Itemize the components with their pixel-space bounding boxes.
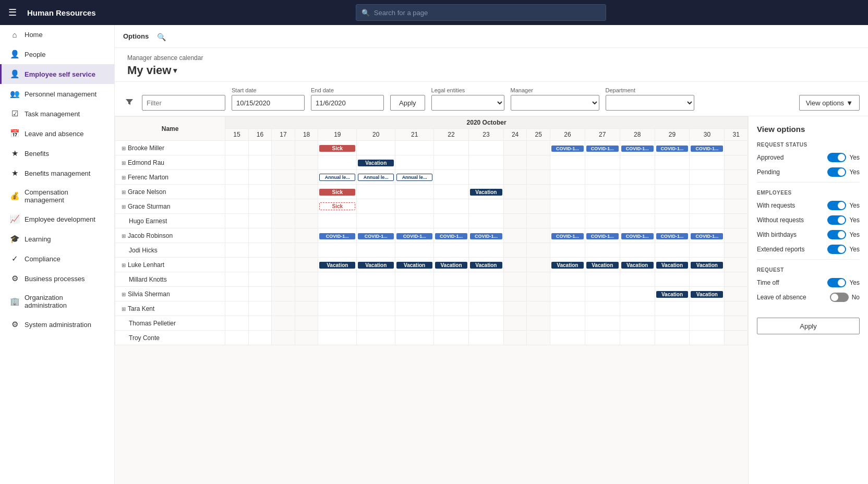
event-pill[interactable]: COVID-1... [621, 233, 654, 239]
event-pill[interactable]: Vacation [396, 262, 432, 269]
funnel-icon [125, 98, 134, 106]
filter-icon-button[interactable] [123, 96, 136, 111]
approved-toggle[interactable] [827, 153, 846, 162]
with-birthdays-toggle-track[interactable] [827, 230, 846, 239]
expand-icon[interactable]: ⊞ [122, 160, 126, 166]
calendar-day-cell [503, 155, 527, 170]
apply-button[interactable]: Apply [390, 95, 425, 111]
without-requests-toggle[interactable] [827, 215, 846, 225]
sidebar-item-business-processes[interactable]: ⚙ Business processes [0, 269, 114, 288]
expand-icon[interactable]: ⊞ [122, 306, 126, 312]
hamburger-icon[interactable]: ☰ [8, 7, 17, 18]
leave-of-absence-toggle[interactable] [830, 293, 849, 302]
calendar-day-cell [527, 316, 550, 331]
without-requests-toggle-track[interactable] [827, 215, 846, 225]
start-date-input[interactable] [232, 95, 305, 111]
event-pill[interactable]: COVID-1... [656, 233, 689, 239]
event-pill[interactable]: Vacation [656, 291, 689, 298]
with-requests-toggle[interactable] [827, 201, 846, 210]
view-options-apply-button[interactable]: Apply [757, 318, 860, 334]
event-pill[interactable]: Annual le... [396, 174, 432, 181]
sidebar-item-people[interactable]: 👤 People [0, 44, 114, 64]
event-pill[interactable]: COVID-1... [551, 233, 584, 239]
expand-icon[interactable]: ⊞ [122, 146, 126, 151]
sidebar-item-system-administration[interactable]: ⚙ System administration [0, 314, 114, 334]
event-pill[interactable]: Sick [319, 189, 355, 196]
event-pill[interactable]: Vacation [691, 262, 723, 269]
expand-icon[interactable]: ⊞ [122, 262, 126, 268]
time-off-toggle[interactable] [827, 278, 846, 287]
pending-toggle[interactable] [827, 167, 846, 177]
sidebar-item-compensation-management[interactable]: 💰 Compensation management [0, 183, 114, 209]
event-pill[interactable]: Vacation [470, 189, 502, 196]
event-pill[interactable]: COVID-1... [621, 146, 654, 152]
event-pill[interactable]: Annual le... [358, 174, 394, 181]
event-pill[interactable]: Vacation [551, 262, 584, 269]
expand-icon[interactable]: ⊞ [122, 189, 126, 195]
event-pill[interactable]: Annual le... [319, 174, 355, 181]
with-birthdays-toggle[interactable] [827, 230, 846, 239]
view-dropdown-button[interactable]: My view ▾ [127, 64, 177, 77]
department-select[interactable] [606, 95, 694, 111]
event-pill[interactable]: Vacation [319, 262, 355, 269]
event-pill[interactable]: Vacation [656, 262, 689, 269]
event-pill[interactable]: COVID-1... [396, 233, 432, 239]
end-date-input[interactable] [311, 95, 384, 111]
sidebar-item-leave-and-absence[interactable]: 📅 Leave and absence [0, 124, 114, 143]
filter-input[interactable] [142, 95, 225, 111]
extended-reports-toggle[interactable] [827, 245, 846, 254]
view-options-button[interactable]: View options ▼ [799, 95, 860, 111]
sidebar-item-employee-self-service[interactable]: 👤 Employee self service [0, 64, 114, 84]
event-pill[interactable]: Vacation [358, 160, 394, 166]
event-pill[interactable]: COVID-1... [586, 146, 619, 152]
options-search-button[interactable]: 🔍 [155, 31, 168, 43]
event-pill[interactable]: COVID-1... [551, 146, 584, 152]
sidebar-item-benefits[interactable]: ★ Benefits [0, 143, 114, 163]
sidebar-item-compliance[interactable]: ✓ Compliance [0, 249, 114, 269]
with-requests-toggle-track[interactable] [827, 201, 846, 210]
event-pill[interactable]: COVID-1... [586, 233, 619, 239]
calendar-day-cell [620, 301, 655, 316]
event-pill[interactable]: COVID-1... [319, 233, 355, 239]
approved-toggle-track[interactable] [827, 153, 846, 162]
calendar-day-cell: COVID-1... [550, 228, 585, 243]
sidebar-item-organization-administration[interactable]: 🏢 Organization administration [0, 288, 114, 314]
event-pill[interactable]: Vacation [435, 262, 467, 269]
manager-select[interactable] [511, 95, 599, 111]
event-pill[interactable]: Vacation [358, 262, 394, 269]
event-pill[interactable]: COVID-1... [691, 233, 723, 239]
sidebar-item-home[interactable]: ⌂ Home [0, 25, 114, 44]
event-pill[interactable]: COVID-1... [435, 233, 467, 239]
expand-icon[interactable]: ⊞ [122, 175, 126, 180]
event-pill[interactable]: Vacation [470, 262, 502, 269]
expand-icon[interactable]: ⊞ [122, 233, 126, 239]
event-pill[interactable]: COVID-1... [470, 233, 502, 239]
calendar-day-cell [272, 287, 295, 301]
legal-entities-select[interactable] [431, 95, 504, 111]
calendar-day-cell [620, 287, 655, 301]
without-requests-row: Without requests Yes [757, 215, 860, 225]
expand-icon[interactable]: ⊞ [122, 204, 126, 210]
event-pill[interactable]: Sick [319, 145, 355, 152]
event-pill[interactable]: COVID-1... [358, 233, 394, 239]
sidebar-item-task-management[interactable]: ☑ Task management [0, 104, 114, 124]
sidebar-item-employee-development[interactable]: 📈 Employee development [0, 209, 114, 229]
time-off-toggle-track[interactable] [827, 278, 846, 287]
calendar-day-cell [395, 199, 434, 214]
sidebar-item-benefits-management[interactable]: ★ Benefits management [0, 163, 114, 183]
event-pill[interactable]: Vacation [691, 291, 723, 298]
event-pill[interactable]: Vacation [621, 262, 654, 269]
leave-of-absence-toggle-track[interactable] [830, 293, 849, 302]
event-pill[interactable]: COVID-1... [656, 146, 689, 152]
event-pill[interactable]: COVID-1... [691, 146, 723, 152]
event-pill[interactable]: Sick [319, 202, 355, 210]
event-pill[interactable]: Vacation [586, 262, 619, 269]
extended-reports-toggle-track[interactable] [827, 245, 846, 254]
sidebar-item-label: Benefits [25, 150, 49, 158]
expand-icon[interactable]: ⊞ [122, 292, 126, 297]
sidebar-item-personnel-management[interactable]: 👥 Personnel management [0, 84, 114, 104]
pending-toggle-track[interactable] [827, 167, 846, 177]
sidebar-item-learning[interactable]: 🎓 Learning [0, 229, 114, 249]
pending-toggle-container: Yes [827, 167, 860, 177]
search-input[interactable] [374, 9, 600, 17]
